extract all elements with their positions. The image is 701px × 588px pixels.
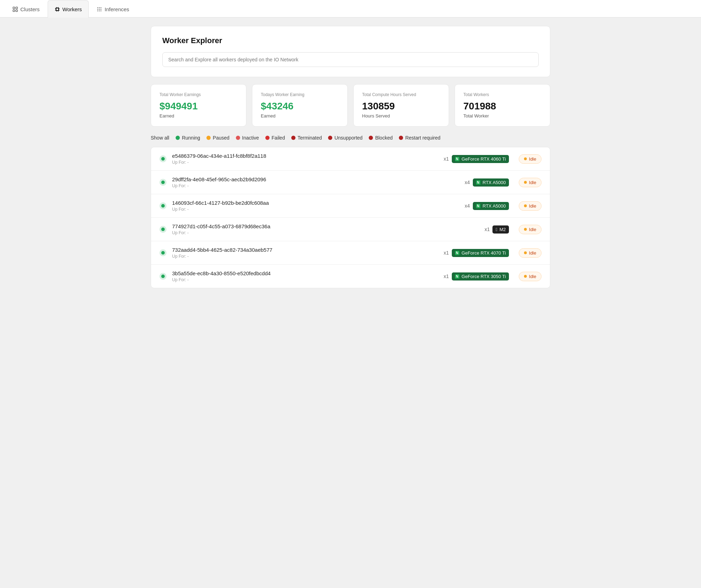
svg-point-22 xyxy=(101,10,101,11)
gpu-name: GeForce RTX 3050 Ti xyxy=(462,274,506,279)
worker-info: 146093cf-66c1-4127-b92b-be2d0fc608aa Up … xyxy=(172,200,459,212)
tab-workers-label: Workers xyxy=(62,6,82,12)
filter-item-paused[interactable]: Paused xyxy=(206,135,229,141)
filter-dot-unsupported xyxy=(328,136,332,140)
worker-info: 774927d1-c05f-4c55-a073-6879d68ec36a Up … xyxy=(172,223,479,235)
worker-id: 29dff2fa-4e08-45ef-965c-aecb2b9d2096 xyxy=(172,176,459,182)
stat-label: Todays Worker Earning xyxy=(261,92,339,97)
worker-info: 732aadd4-5bb4-4625-ac82-734a30aeb577 Up … xyxy=(172,247,438,259)
gpu-badge: N GeForce RTX 4060 Ti xyxy=(452,155,509,163)
worker-row[interactable]: 146093cf-66c1-4127-b92b-be2d0fc608aa Up … xyxy=(151,194,550,218)
svg-point-19 xyxy=(101,9,101,9)
filter-item-inactive[interactable]: Inactive xyxy=(236,135,259,141)
worker-uptime: Up For: - xyxy=(172,207,459,212)
worker-idle-badge: Idle xyxy=(519,201,542,211)
gpu-count: x1 xyxy=(484,227,490,232)
worker-row[interactable]: e5486379-06ac-434e-a11f-fc8bf8f2a118 Up … xyxy=(151,147,550,171)
worker-info: e5486379-06ac-434e-a11f-fc8bf8f2a118 Up … xyxy=(172,153,438,165)
filter-dot-failed xyxy=(265,136,270,140)
filter-item-unsupported[interactable]: Unsupported xyxy=(328,135,362,141)
filter-item-running[interactable]: Running xyxy=(176,135,200,141)
gpu-name: GeForce RTX 4070 Ti xyxy=(462,250,506,256)
filter-label-paused: Paused xyxy=(213,135,229,141)
filter-item-blocked[interactable]: Blocked xyxy=(369,135,393,141)
idle-dot xyxy=(524,204,527,207)
idle-label: Idle xyxy=(529,250,536,256)
tab-inferences-label: Inferences xyxy=(105,6,129,12)
idle-label: Idle xyxy=(529,274,536,279)
stat-sublabel: Earned xyxy=(159,113,238,119)
worker-id: 146093cf-66c1-4127-b92b-be2d0fc608aa xyxy=(172,200,459,206)
idle-dot xyxy=(524,228,527,231)
nvidia-icon: N xyxy=(455,274,460,279)
stat-card-total-workers: Total Workers 701988 Total Worker xyxy=(455,84,550,127)
worker-idle-badge: Idle xyxy=(519,248,542,258)
stat-value: $43246 xyxy=(261,101,339,112)
gpu-count: x1 xyxy=(444,156,449,162)
gpu-name: GeForce RTX 4060 Ti xyxy=(462,156,506,162)
stat-value: 130859 xyxy=(362,101,440,112)
worker-id: 774927d1-c05f-4c55-a073-6879d68ec36a xyxy=(172,223,479,229)
worker-gpu: x1 N GeForce RTX 4060 Ti xyxy=(444,155,509,163)
gpu-badge: N GeForce RTX 3050 Ti xyxy=(452,272,509,281)
gpu-badge: N RTX A5000 xyxy=(473,202,509,210)
tab-clusters[interactable]: Clusters xyxy=(6,0,46,18)
grid-icon xyxy=(12,6,18,12)
gpu-badge:  M2 xyxy=(492,225,509,234)
show-all-label[interactable]: Show all xyxy=(151,135,169,141)
filter-item-restart_required[interactable]: Restart required xyxy=(399,135,440,141)
gpu-name: RTX A5000 xyxy=(483,203,506,209)
tab-workers[interactable]: Workers xyxy=(48,0,89,18)
filter-dot-terminated xyxy=(291,136,295,140)
worker-row[interactable]: 29dff2fa-4e08-45ef-965c-aecb2b9d2096 Up … xyxy=(151,171,550,194)
worker-idle-badge: Idle xyxy=(519,178,542,187)
filter-label-restart_required: Restart required xyxy=(405,135,440,141)
gpu-count: x1 xyxy=(444,273,449,279)
stats-row: Total Worker Earnings $949491 Earned Tod… xyxy=(151,84,550,127)
svg-point-20 xyxy=(97,10,98,11)
stat-label: Total Worker Earnings xyxy=(159,92,238,97)
stat-card-total-worker-earnings: Total Worker Earnings $949491 Earned xyxy=(151,84,246,127)
svg-rect-5 xyxy=(56,8,58,10)
worker-uptime: Up For: - xyxy=(172,160,438,165)
stat-sublabel: Total Worker xyxy=(463,113,542,119)
worker-gpu: x1 N GeForce RTX 3050 Ti xyxy=(444,272,509,281)
gpu-count: x4 xyxy=(465,203,470,209)
gpu-count: x1 xyxy=(444,250,449,256)
worker-gpu: x4 N RTX A5000 xyxy=(465,202,509,210)
nvidia-icon: N xyxy=(476,180,481,185)
filter-label-blocked: Blocked xyxy=(375,135,393,141)
filter-label-failed: Failed xyxy=(272,135,285,141)
svg-rect-0 xyxy=(13,7,15,9)
svg-point-15 xyxy=(99,7,100,8)
worker-row[interactable]: 3b5a55de-ec8b-4a30-8550-e520fedbcdd4 Up … xyxy=(151,265,550,288)
worker-status-indicator xyxy=(159,249,166,256)
gpu-name: RTX A5000 xyxy=(483,180,506,185)
worker-row[interactable]: 732aadd4-5bb4-4625-ac82-734a30aeb577 Up … xyxy=(151,241,550,265)
idle-dot xyxy=(524,251,527,254)
nvidia-icon: N xyxy=(455,157,460,161)
filter-label-terminated: Terminated xyxy=(298,135,322,141)
worker-uptime: Up For: - xyxy=(172,230,479,235)
filter-dot-inactive xyxy=(236,136,240,140)
stat-sublabel: Earned xyxy=(261,113,339,119)
search-input[interactable] xyxy=(162,52,539,67)
svg-rect-3 xyxy=(16,10,18,12)
chip-icon xyxy=(54,6,60,12)
main-content: Worker Explorer Total Worker Earnings $9… xyxy=(123,18,578,297)
svg-rect-2 xyxy=(13,10,15,12)
worker-info: 29dff2fa-4e08-45ef-965c-aecb2b9d2096 Up … xyxy=(172,176,459,188)
nvidia-icon: N xyxy=(455,251,460,255)
worker-idle-badge: Idle xyxy=(519,272,542,281)
tab-clusters-label: Clusters xyxy=(20,6,40,12)
worker-idle-badge: Idle xyxy=(519,225,542,234)
idle-dot xyxy=(524,275,527,278)
worker-row[interactable]: 774927d1-c05f-4c55-a073-6879d68ec36a Up … xyxy=(151,218,550,241)
tab-inferences[interactable]: Inferences xyxy=(90,0,136,18)
filter-item-failed[interactable]: Failed xyxy=(265,135,285,141)
idle-label: Idle xyxy=(529,156,536,162)
idle-dot xyxy=(524,157,527,160)
filter-dot-paused xyxy=(206,136,211,140)
svg-point-14 xyxy=(97,7,98,8)
filter-item-terminated[interactable]: Terminated xyxy=(291,135,322,141)
